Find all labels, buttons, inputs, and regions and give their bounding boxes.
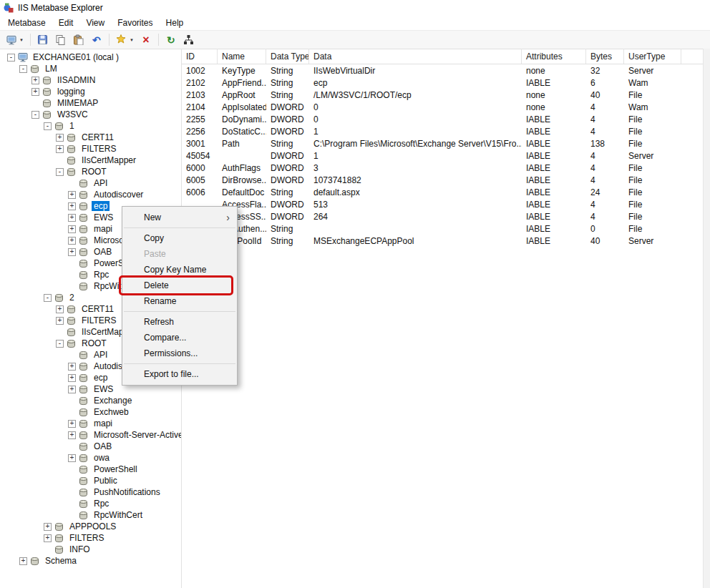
expand-expander[interactable]: +: [68, 191, 76, 199]
menu-help[interactable]: Help: [160, 16, 190, 29]
expand-expander[interactable]: +: [31, 77, 39, 84]
menu-metabase[interactable]: Metabase: [1, 16, 52, 29]
table-row[interactable]: 6006DefaultDocStringdefault.aspxIABLE24F…: [182, 186, 703, 198]
tree-item-oab[interactable]: OAB: [0, 441, 181, 452]
menu-item-compare[interactable]: Compare...: [122, 330, 237, 346]
tree-item-rpc[interactable]: Rpc: [0, 498, 181, 509]
menu-item-new[interactable]: New›: [122, 210, 237, 225]
table-row[interactable]: 6005DirBrowse...DWORD1073741882IABLE4Fil…: [182, 174, 703, 186]
menu-favorites[interactable]: Favorites: [111, 16, 159, 29]
copy-button[interactable]: [52, 32, 69, 48]
tree-item-mapi[interactable]: +mapi: [0, 418, 181, 429]
table-row[interactable]: AccessFla...DWORD513IABLE4File: [182, 198, 703, 210]
tree-item-filters[interactable]: +FILTERS: [0, 532, 181, 544]
expand-expander[interactable]: +: [68, 202, 76, 210]
tree-item-exchange[interactable]: Exchange: [0, 395, 181, 406]
tree-item-info[interactable]: INFO: [0, 544, 181, 555]
menu-item-refresh[interactable]: Refresh: [122, 314, 237, 330]
tree-item-exchweb[interactable]: Exchweb: [0, 406, 181, 418]
table-row[interactable]: 3001PathStringC:\Program Files\Microsoft…: [182, 137, 703, 150]
collapse-expander[interactable]: -: [31, 111, 39, 119]
expand-expander[interactable]: +: [56, 134, 64, 142]
expand-expander[interactable]: +: [68, 237, 76, 245]
tree-item-exchange01-local[interactable]: -EXCHANGE01 (local ): [0, 52, 181, 63]
save-button[interactable]: [34, 32, 52, 48]
collapse-expander[interactable]: -: [44, 122, 52, 130]
tree-item-1[interactable]: -1: [0, 120, 181, 132]
tree-item-logging[interactable]: +logging: [0, 86, 181, 97]
delete-button[interactable]: ×: [137, 32, 155, 48]
collapse-expander[interactable]: -: [19, 65, 27, 73]
column-header-data-type[interactable]: Data Type: [266, 49, 309, 64]
tree-item-lm[interactable]: -LM: [0, 63, 181, 74]
table-row[interactable]: 1002KeyTypeStringIIsWebVirtualDirnone32S…: [182, 64, 703, 77]
tree-item-powershell[interactable]: PowerShell: [0, 464, 181, 475]
menu-item-copy-key-name[interactable]: Copy Key Name: [122, 262, 237, 278]
table-row[interactable]: AppPoolIdStringMSExchangeECPAppPoolIABLE…: [182, 235, 703, 247]
column-header-bytes[interactable]: Bytes: [586, 49, 624, 64]
table-row[interactable]: NTAuthen...StringIABLE0File: [182, 222, 703, 235]
collapse-expander[interactable]: -: [44, 294, 52, 302]
expand-expander[interactable]: +: [44, 534, 52, 542]
tree-item-schema[interactable]: +Schema: [0, 555, 181, 567]
paste-button[interactable]: [70, 32, 87, 48]
tree-item-w3svc[interactable]: -W3SVC: [0, 109, 181, 120]
connect-button[interactable]: ▼: [3, 32, 26, 48]
collapse-expander[interactable]: -: [7, 54, 15, 62]
menu-view[interactable]: View: [79, 16, 111, 29]
vertical-scrollbar[interactable]: [703, 49, 710, 588]
column-header-usertype[interactable]: UserType: [624, 49, 681, 64]
tree-item-api[interactable]: API: [0, 177, 181, 189]
tree-item-microsoft-server-activesync[interactable]: +Microsoft-Server-ActiveSync: [0, 429, 181, 441]
menu-item-rename[interactable]: Rename: [122, 293, 237, 309]
table-row[interactable]: 2256DoStaticC...DWORD1IABLE4File: [182, 125, 703, 137]
new-key-button[interactable]: ▼: [113, 32, 137, 48]
tree-item-iiscertmapper[interactable]: IIsCertMapper: [0, 155, 181, 166]
tree-item-autodiscover[interactable]: +Autodiscover: [0, 189, 181, 200]
tree-item-filters[interactable]: +FILTERS: [0, 143, 181, 155]
expand-expander[interactable]: +: [68, 374, 76, 382]
expand-expander[interactable]: +: [31, 88, 39, 96]
tree-item-pushnotifications[interactable]: PushNotifications: [0, 486, 181, 498]
column-header-name[interactable]: Name: [218, 49, 266, 64]
expand-expander[interactable]: +: [68, 363, 76, 371]
expand-expander[interactable]: +: [68, 386, 76, 393]
expand-expander[interactable]: +: [56, 305, 64, 313]
tree-item-root[interactable]: -ROOT: [0, 166, 181, 177]
expand-expander[interactable]: +: [68, 248, 76, 256]
tree-item-owa[interactable]: +owa: [0, 452, 181, 464]
tree-item-apppools[interactable]: +APPPOOLS: [0, 521, 181, 532]
expand-expander[interactable]: +: [44, 523, 52, 531]
table-row[interactable]: 45054DWORD1IABLE4Server: [182, 150, 703, 162]
table-row[interactable]: 2255DoDynami...DWORD0IABLE4File: [182, 113, 703, 125]
table-row[interactable]: 2103AppRootString/LM/W3SVC/1/ROOT/ecpnon…: [182, 89, 703, 101]
table-row[interactable]: AccessSS...DWORD264IABLE4File: [182, 210, 703, 222]
menu-edit[interactable]: Edit: [52, 16, 80, 29]
collapse-expander[interactable]: -: [56, 340, 64, 348]
collapse-expander[interactable]: -: [56, 168, 64, 176]
tree-item-public[interactable]: Public: [0, 475, 181, 486]
tree-item-rpcwithcert[interactable]: RpcWithCert: [0, 509, 181, 521]
expand-expander[interactable]: +: [68, 214, 76, 222]
tree-item-iisadmin[interactable]: +IISADMIN: [0, 74, 181, 86]
table-row[interactable]: 6000AuthFlagsDWORD3IABLE4File: [182, 162, 703, 174]
undo-button[interactable]: ↶: [88, 32, 105, 48]
expand-expander[interactable]: +: [68, 454, 76, 462]
expand-expander[interactable]: +: [68, 225, 76, 233]
expand-expander[interactable]: +: [68, 431, 76, 439]
expand-expander[interactable]: +: [56, 145, 64, 153]
tree-item-cert11[interactable]: +CERT11: [0, 132, 181, 143]
tree-item-mimemap[interactable]: MIMEMAP: [0, 97, 181, 109]
process-button[interactable]: [180, 32, 198, 48]
expand-expander[interactable]: +: [19, 557, 27, 565]
menu-item-permissions[interactable]: Permissions...: [122, 346, 237, 361]
table-row[interactable]: 2104AppIsolatedDWORD0none4Wam: [182, 101, 703, 113]
column-header-data[interactable]: Data: [309, 49, 522, 64]
menu-item-copy[interactable]: Copy: [122, 230, 237, 246]
table-row[interactable]: 2102AppFriend...StringecpIABLE6Wam: [182, 77, 703, 89]
expand-expander[interactable]: +: [68, 420, 76, 428]
refresh-button[interactable]: ↻: [162, 32, 180, 48]
menu-item-export-to-file[interactable]: Export to file...: [122, 366, 237, 382]
column-header-id[interactable]: ID: [182, 49, 218, 64]
column-header-attributes[interactable]: Attributes: [522, 49, 586, 64]
